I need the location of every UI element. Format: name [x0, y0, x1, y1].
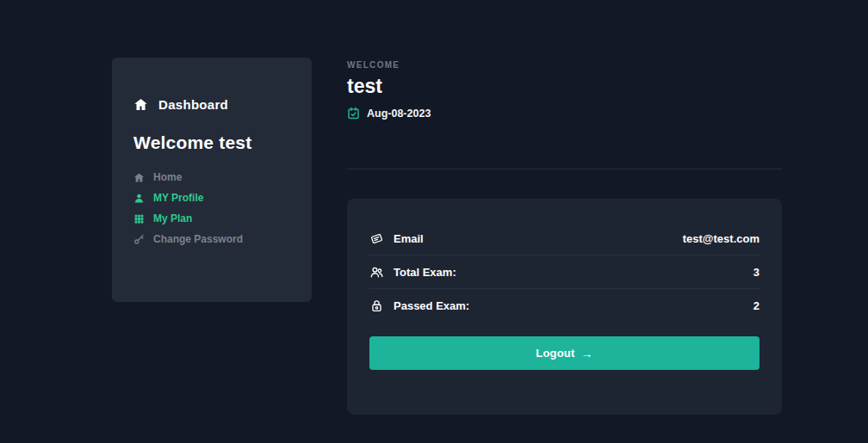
info-row-passed-exam: Passed Exam: 2 [369, 289, 760, 323]
users-icon [369, 265, 384, 280]
sidebar-item-change-password[interactable]: Change Password [133, 229, 290, 249]
sidebar-item-home[interactable]: Home [133, 167, 290, 188]
sidebar-panel: Dashboard Welcome test Home MY Profile M… [112, 58, 312, 302]
info-row-left: Total Exam: [369, 265, 456, 280]
info-row-left: Passed Exam: [369, 298, 469, 313]
info-row-left: Email [369, 231, 424, 246]
profile-summary-card: Email test@test.com Total Exam: 3 [347, 199, 782, 415]
mail-note-icon [369, 231, 384, 246]
info-row-label: Passed Exam: [394, 299, 469, 312]
logout-button[interactable]: Logout → [369, 336, 760, 370]
total-exam-value: 3 [753, 266, 760, 279]
main-content: WELCOME test Aug-08-2023 [347, 52, 782, 415]
key-icon [133, 234, 145, 245]
sidebar-item-my-profile[interactable]: MY Profile [133, 188, 290, 208]
grid-icon [133, 213, 145, 225]
passed-exam-value: 2 [753, 299, 760, 312]
sidebar-item-my-plan[interactable]: My Plan [133, 208, 290, 229]
arrow-right-icon: → [581, 347, 593, 360]
info-row-label: Email [394, 232, 424, 245]
sidebar-brand-label: Dashboard [158, 97, 228, 112]
sidebar-item-label: MY Profile [153, 192, 203, 204]
home-icon [133, 97, 148, 112]
date-row: Aug-08-2023 [347, 107, 782, 120]
info-row-total-exam: Total Exam: 3 [369, 255, 760, 289]
sidebar-brand[interactable]: Dashboard [133, 97, 290, 112]
user-icon [133, 193, 145, 204]
lock-icon [369, 298, 384, 313]
sidebar-welcome-heading: Welcome test [133, 132, 290, 153]
calendar-check-icon [347, 107, 360, 120]
sidebar-item-label: My Plan [153, 212, 192, 225]
welcome-eyebrow: WELCOME [347, 60, 782, 70]
home-icon [133, 172, 145, 183]
sidebar-menu: Home MY Profile My Plan Change Password [133, 167, 290, 249]
header-divider [347, 169, 782, 169]
info-row-label: Total Exam: [394, 266, 456, 279]
info-row-email: Email test@test.com [369, 222, 760, 255]
date-text: Aug-08-2023 [367, 108, 431, 120]
email-value: test@test.com [683, 232, 760, 245]
sidebar-item-label: Change Password [153, 233, 243, 245]
page-title-username: test [347, 77, 782, 96]
logout-button-label: Logout [536, 347, 574, 360]
sidebar-item-label: Home [153, 171, 182, 183]
